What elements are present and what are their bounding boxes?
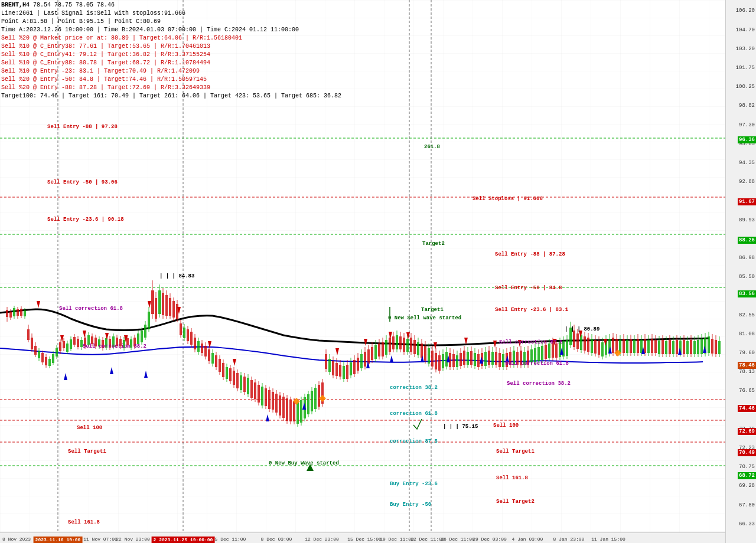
price-highlight-9636: 96.36: [738, 136, 756, 143]
price-10620: 106.20: [736, 8, 755, 14]
chart-area: Sell Entry -88 | 97.28 Sell Entry -50 | …: [0, 0, 725, 532]
price-7665: 76.65: [739, 388, 755, 394]
price-9730: 97.30: [739, 122, 755, 128]
price-highlight-current: 78.46: [738, 362, 756, 369]
time-dec19: 19 Dec 11:00: [380, 537, 414, 542]
time-axis: 8 Nov 2023 2023.11.16 19:00 11 Nov 07:00…: [0, 532, 725, 543]
time-dec8: 8 Dec 03:00: [261, 537, 292, 542]
price-highlight-8356: 83.56: [738, 290, 756, 297]
price-highlight-8826: 88.26: [738, 237, 756, 244]
price-axis: 106.20 104.70 103.20 101.75 100.25 98.82…: [725, 0, 756, 543]
price-9288: 92.88: [739, 179, 755, 185]
price-8255: 82.55: [739, 312, 755, 318]
time-nov8: 8 Nov 2023: [2, 537, 31, 542]
price-8993: 89.93: [739, 217, 755, 223]
time-nov11: 11 Nov 07:00: [83, 537, 118, 542]
price-9435: 94.35: [739, 160, 755, 166]
time-dec15: 15 Dec 15:00: [347, 537, 382, 542]
price-9882: 98.82: [739, 103, 755, 109]
time-dec29: 29 Dec 03:00: [472, 537, 507, 542]
price-7960: 79.60: [739, 350, 755, 356]
time-nov25-highlight: 2 2023.11.25 19:00:00: [152, 537, 215, 543]
price-highlight-7446: 74.46: [738, 405, 756, 412]
price-highlight-7049: 70.49: [738, 449, 756, 456]
price-10320: 103.20: [736, 46, 755, 52]
price-highlight-6872: 68.72: [738, 472, 756, 479]
chart-container: Sell Entry -88 | 97.28 Sell Entry -50 | …: [0, 0, 756, 543]
time-jan8: 8 Jan 23:00: [553, 537, 585, 542]
time-jan11: 11 Jan 15:00: [591, 537, 625, 542]
price-7813: 78.13: [739, 369, 755, 375]
price-highlight-7269: 72.69: [738, 428, 756, 435]
time-nov22: 22 Nov 23:00: [116, 537, 150, 542]
time-jan4: 4 Jan 03:00: [512, 537, 543, 542]
svg-rect-6: [0, 0, 725, 532]
price-8108: 81.08: [739, 331, 755, 337]
price-10470: 104.70: [736, 27, 755, 33]
time-dec26: 26 Dec 11:00: [441, 537, 475, 542]
time-dec12: 12 Dec 23:00: [305, 537, 339, 542]
price-6633: 66.33: [739, 521, 755, 527]
chart-svg: [0, 0, 725, 532]
price-7075: 70.75: [739, 464, 755, 470]
price-8550: 85.50: [739, 274, 755, 280]
price-6928: 69.28: [739, 483, 755, 489]
price-highlight-9167: 91.67: [738, 198, 756, 205]
price-6780: 67.80: [739, 502, 755, 508]
time-dec5: 5 Dec 11:00: [215, 537, 246, 542]
price-10175: 101.75: [736, 65, 755, 71]
time-nov16-highlight: 2023.11.16 19:00: [34, 537, 83, 543]
time-dec22: 22 Dec 11:00: [410, 537, 445, 542]
price-8698: 86.98: [739, 255, 755, 261]
price-10025: 100.25: [736, 84, 755, 90]
